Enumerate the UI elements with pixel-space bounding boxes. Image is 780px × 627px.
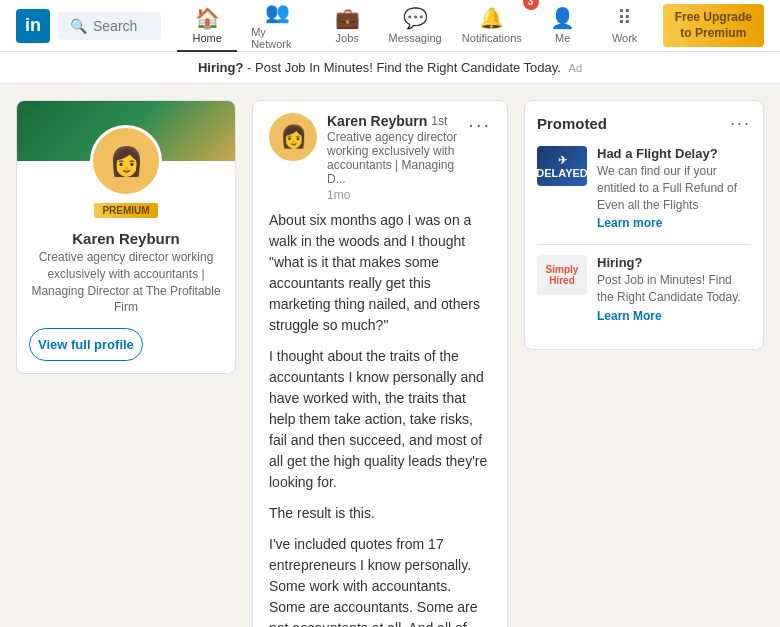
search-input[interactable]	[93, 18, 149, 34]
nav-home[interactable]: 🏠 Home	[177, 0, 237, 52]
post-avatar: 👩	[269, 113, 317, 161]
main-layout: 👩 PREMIUM Karen Reyburn Creative agency …	[0, 100, 780, 627]
nav-work[interactable]: ⠿ Work	[595, 0, 655, 52]
home-icon: 🏠	[195, 6, 220, 30]
hiring-img: SimplyHired	[537, 255, 587, 295]
promoted-item-1-desc: We can find our if your entitled to a Fu…	[597, 163, 751, 213]
promoted-item-2-content: Hiring? Post Job in Minutes! Find the Ri…	[597, 255, 751, 323]
messaging-icon: 💬	[403, 6, 428, 30]
post-paragraph-1: About six months ago I was on a walk in …	[269, 210, 491, 336]
nav-notifications-label: Notifications	[462, 32, 522, 44]
avatar-wrap: 👩	[17, 125, 235, 197]
profile-name: Karen Reyburn	[17, 224, 235, 249]
nav-jobs[interactable]: 💼 Jobs	[317, 0, 377, 52]
avatar: 👩	[90, 125, 162, 197]
nav-home-label: Home	[193, 32, 222, 44]
post-header: 👩 Karen Reyburn 1st Creative agency dire…	[253, 101, 507, 210]
work-icon: ⠿	[617, 6, 632, 30]
notifications-icon: 🔔	[479, 6, 504, 30]
post-time: 1mo	[327, 188, 468, 202]
premium-line2: to Premium	[675, 26, 752, 42]
hiring-banner-bold: Hiring?	[198, 60, 244, 75]
promoted-item-2-title: Hiring?	[597, 255, 751, 270]
network-icon: 👥	[265, 0, 290, 24]
nav-work-label: Work	[612, 32, 637, 44]
premium-line1: Free Upgrade	[675, 10, 752, 26]
promoted-img-1: ✈ DELAYED	[537, 146, 587, 186]
ad-label: Ad	[569, 62, 582, 74]
nav-messaging[interactable]: 💬 Messaging	[379, 0, 451, 52]
post-paragraph-4: I've included quotes from 17 entrepreneu…	[269, 534, 491, 627]
learn-more-1[interactable]: Learn more	[597, 216, 751, 230]
profile-card: 👩 PREMIUM Karen Reyburn Creative agency …	[16, 100, 236, 374]
me-icon: 👤	[550, 6, 575, 30]
hiring-banner-text: - Post Job In Minutes! Find the Right Ca…	[247, 60, 561, 75]
post-author-info: 👩 Karen Reyburn 1st Creative agency dire…	[269, 113, 468, 202]
nav-messaging-label: Messaging	[388, 32, 441, 44]
promoted-item-2-desc: Post Job in Minutes! Find the Right Cand…	[597, 272, 751, 306]
left-sidebar: 👩 PREMIUM Karen Reyburn Creative agency …	[16, 100, 236, 627]
promoted-item-1-title: Had a Flight Delay?	[597, 146, 751, 161]
post-body: About six months ago I was on a walk in …	[253, 210, 507, 627]
center-feed: 👩 Karen Reyburn 1st Creative agency dire…	[252, 100, 508, 627]
promoted-more-button[interactable]: ···	[730, 113, 751, 134]
premium-badge: PREMIUM	[94, 203, 157, 218]
search-icon: 🔍	[70, 18, 87, 34]
post-author-title: Creative agency director working exclusi…	[327, 130, 468, 186]
nav-jobs-label: Jobs	[336, 32, 359, 44]
promoted-item-1-content: Had a Flight Delay? We can find our if y…	[597, 146, 751, 230]
right-sidebar: Promoted ··· ✈ DELAYED Had a Flight Dela…	[524, 100, 764, 627]
promoted-item-2: SimplyHired Hiring? Post Job in Minutes!…	[537, 255, 751, 323]
promoted-img-2: SimplyHired	[537, 255, 587, 295]
nav-items: 🏠 Home 👥 My Network 💼 Jobs 💬 Messaging 🔔…	[177, 0, 654, 58]
profile-title: Creative agency director working exclusi…	[17, 249, 235, 328]
premium-upgrade-button[interactable]: Free Upgrade to Premium	[663, 4, 764, 47]
nav-my-network[interactable]: 👥 My Network	[239, 0, 315, 58]
post-paragraph-2: I thought about the traits of the accoun…	[269, 346, 491, 493]
linkedin-logo[interactable]: in	[16, 9, 50, 43]
learn-more-2[interactable]: Learn More	[597, 309, 751, 323]
nav-me-label: Me	[555, 32, 570, 44]
nav-me[interactable]: 👤 Me	[533, 0, 593, 52]
post-more-button[interactable]: ···	[468, 113, 491, 136]
post-author-name[interactable]: Karen Reyburn 1st	[327, 113, 468, 129]
search-bar[interactable]: 🔍	[58, 12, 161, 40]
view-full-profile-button[interactable]: View full profile	[29, 328, 143, 361]
author-connection: 1st	[431, 114, 447, 128]
promoted-card: Promoted ··· ✈ DELAYED Had a Flight Dela…	[524, 100, 764, 350]
flight-img: ✈ DELAYED	[537, 146, 587, 186]
post-card: 👩 Karen Reyburn 1st Creative agency dire…	[252, 100, 508, 627]
promoted-divider	[537, 244, 751, 245]
nav-my-network-label: My Network	[251, 26, 303, 50]
promoted-title: Promoted	[537, 115, 607, 132]
post-paragraph-3: The result is this.	[269, 503, 491, 524]
nav-notifications[interactable]: 🔔 3 Notifications	[453, 0, 531, 52]
promoted-item-1: ✈ DELAYED Had a Flight Delay? We can fin…	[537, 146, 751, 230]
top-nav: in 🔍 🏠 Home 👥 My Network 💼 Jobs 💬 Messag…	[0, 0, 780, 52]
promoted-header: Promoted ···	[537, 113, 751, 134]
jobs-icon: 💼	[335, 6, 360, 30]
post-author-details: Karen Reyburn 1st Creative agency direct…	[327, 113, 468, 202]
author-name-text: Karen Reyburn	[327, 113, 427, 129]
